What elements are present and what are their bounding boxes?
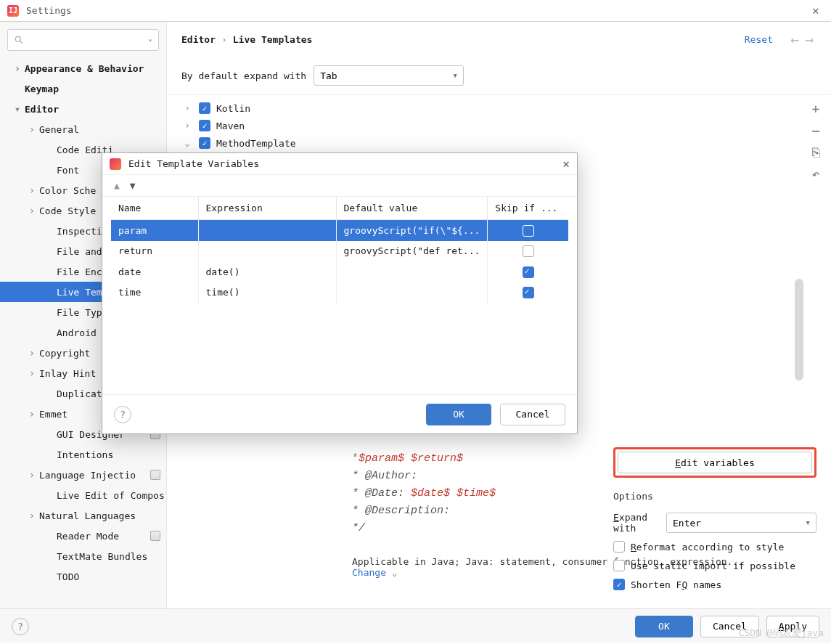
table-row[interactable]: timetime() bbox=[111, 282, 568, 303]
static-import-checkbox[interactable] bbox=[613, 560, 625, 571]
sidebar-item-label: Color Sche bbox=[39, 185, 96, 196]
cell-default[interactable] bbox=[336, 282, 488, 303]
template-checkbox[interactable] bbox=[199, 137, 210, 149]
shorten-fq-checkbox[interactable] bbox=[613, 579, 625, 590]
cell-name[interactable]: date bbox=[111, 261, 198, 282]
sidebar-item[interactable]: Language Injectio bbox=[0, 465, 166, 485]
cancel-button[interactable]: Cancel bbox=[700, 616, 759, 637]
skip-checkbox[interactable] bbox=[523, 225, 534, 237]
cell-skip[interactable] bbox=[488, 282, 568, 303]
template-tools: ⎘ ↶ bbox=[805, 95, 827, 181]
table-row[interactable]: paramgroovyScript("if(\"${... bbox=[111, 220, 568, 241]
sidebar-item-label: Live Edit of Compos bbox=[57, 490, 165, 501]
dialog-titlebar: Edit Template Variables ✕ bbox=[102, 153, 577, 175]
reformat-checkbox[interactable] bbox=[613, 541, 625, 553]
expand-with-select[interactable] bbox=[666, 513, 816, 533]
cell-name[interactable]: param bbox=[111, 220, 198, 241]
nav-fwd-icon[interactable]: → bbox=[802, 32, 816, 46]
sidebar-item-label: General bbox=[39, 124, 79, 135]
template-checkbox[interactable] bbox=[199, 120, 210, 131]
chevron-icon: ⌄ bbox=[181, 138, 193, 148]
cell-default[interactable]: groovyScript("if(\"${... bbox=[336, 220, 488, 241]
cell-expression[interactable] bbox=[198, 220, 336, 241]
sidebar-item[interactable]: Editor bbox=[0, 99, 166, 119]
col-skip[interactable]: Skip if ... bbox=[488, 197, 568, 220]
template-group[interactable]: ›Maven bbox=[181, 117, 831, 134]
dialog-help-icon[interactable]: ? bbox=[114, 406, 131, 423]
dialog-cancel-button[interactable]: Cancel bbox=[500, 404, 565, 425]
template-tree[interactable]: ›Kotlin›Maven⌄MethodTemplate ⎘ ↶ bbox=[167, 95, 831, 156]
cell-name[interactable]: return bbox=[111, 241, 198, 262]
close-icon[interactable]: ✕ bbox=[812, 5, 824, 17]
scope-icon bbox=[150, 470, 160, 480]
cell-expression[interactable]: date() bbox=[198, 261, 336, 282]
apply-button[interactable]: Apply bbox=[766, 616, 819, 637]
options-label: Options bbox=[613, 491, 816, 502]
chevron-icon: › bbox=[181, 103, 193, 113]
search-history-caret[interactable]: ▾ bbox=[148, 36, 152, 44]
breadcrumb-root[interactable]: Editor bbox=[181, 34, 216, 45]
scrollbar-thumb[interactable] bbox=[795, 279, 803, 380]
window-title: Settings bbox=[26, 5, 812, 16]
search-input[interactable]: ▾ bbox=[7, 29, 159, 51]
template-label: Maven bbox=[216, 121, 245, 131]
dialog-title: Edit Template Variables bbox=[128, 158, 259, 169]
copy-template-icon[interactable]: ⎘ bbox=[809, 146, 822, 159]
table-row[interactable]: datedate() bbox=[111, 261, 568, 282]
cell-skip[interactable] bbox=[488, 241, 568, 262]
dialog-ok-button[interactable]: OK bbox=[426, 404, 491, 425]
dialog-close-icon[interactable]: ✕ bbox=[562, 157, 570, 171]
revert-template-icon[interactable]: ↶ bbox=[809, 168, 822, 181]
edit-variables-button[interactable]: EEdit variablesdit variables bbox=[618, 452, 812, 473]
sidebar-item[interactable]: Appearance & Behavior bbox=[0, 58, 166, 78]
sidebar-item[interactable]: Intentions bbox=[0, 444, 166, 465]
sidebar-item-label: Font bbox=[57, 165, 79, 176]
template-checkbox[interactable] bbox=[199, 102, 210, 114]
cell-name[interactable]: time bbox=[111, 282, 198, 303]
sidebar-item-label: Emmet bbox=[39, 409, 67, 420]
sidebar-item-label: Appearance & Behavior bbox=[25, 63, 144, 74]
change-context-link[interactable]: Change bbox=[352, 567, 386, 578]
skip-checkbox[interactable] bbox=[523, 266, 534, 278]
sidebar-item-label: Code Style bbox=[39, 205, 96, 216]
col-expression[interactable]: Expression bbox=[198, 197, 336, 220]
sidebar-item[interactable]: Reader Mode bbox=[0, 526, 166, 546]
sidebar-item[interactable]: General bbox=[0, 119, 166, 139]
search-icon bbox=[14, 35, 24, 45]
col-name[interactable]: Name bbox=[111, 197, 198, 220]
expand-with-label: Expand with bbox=[613, 512, 653, 534]
template-group[interactable]: ›Kotlin bbox=[181, 99, 831, 117]
cell-skip[interactable] bbox=[488, 261, 568, 282]
sidebar-item[interactable]: Natural Languages bbox=[0, 505, 166, 526]
scope-icon bbox=[150, 531, 160, 541]
nav-back-icon[interactable]: ← bbox=[787, 32, 802, 46]
col-default[interactable]: Default value bbox=[336, 197, 488, 220]
ok-button[interactable]: OK bbox=[635, 616, 693, 637]
help-icon[interactable]: ? bbox=[12, 618, 29, 635]
sidebar-item-label: Language Injectio bbox=[39, 470, 136, 481]
sidebar-item-label: Inlay Hint bbox=[39, 368, 96, 379]
template-group[interactable]: ⌄MethodTemplate bbox=[181, 134, 831, 152]
add-template-icon[interactable] bbox=[809, 102, 822, 115]
sidebar-item[interactable]: Live Edit of Compos bbox=[0, 485, 166, 505]
reset-link[interactable]: Reset bbox=[745, 34, 773, 45]
default-expand-select[interactable] bbox=[314, 65, 464, 86]
sort-asc-icon[interactable]: ▲ bbox=[114, 180, 120, 191]
variables-table[interactable]: Name Expression Default value Skip if ..… bbox=[111, 197, 568, 303]
sidebar-item-label: TextMate Bundles bbox=[57, 551, 147, 562]
sidebar-item[interactable]: TextMate Bundles bbox=[0, 546, 166, 566]
table-row[interactable]: returngroovyScript("def ret... bbox=[111, 241, 568, 262]
edit-template-variables-dialog: Edit Template Variables ✕ ▲ ▼ Name Expre… bbox=[102, 152, 578, 434]
sidebar-item[interactable]: TODO bbox=[0, 566, 166, 587]
sidebar-item[interactable]: Keymap bbox=[0, 78, 166, 99]
template-right-panel: EEdit variablesdit variables Options Exp… bbox=[613, 447, 816, 598]
skip-checkbox[interactable] bbox=[523, 245, 534, 257]
sort-desc-icon[interactable]: ▼ bbox=[130, 180, 136, 191]
skip-checkbox[interactable] bbox=[523, 287, 534, 298]
cell-skip[interactable] bbox=[488, 220, 568, 241]
cell-default[interactable] bbox=[336, 261, 488, 282]
cell-expression[interactable]: time() bbox=[198, 282, 336, 303]
remove-template-icon[interactable] bbox=[809, 124, 822, 137]
cell-default[interactable]: groovyScript("def ret... bbox=[336, 241, 488, 262]
cell-expression[interactable] bbox=[198, 241, 336, 262]
